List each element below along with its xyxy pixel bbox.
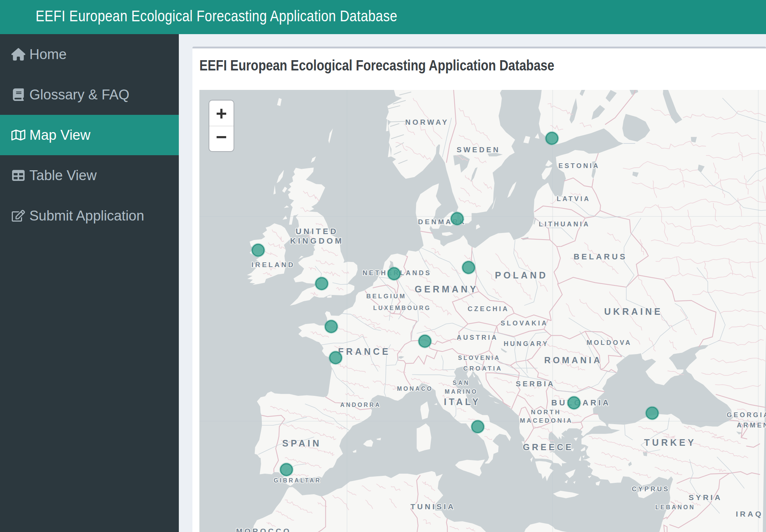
svg-text:SYRIA: SYRIA <box>689 493 722 502</box>
svg-text:LEBANON: LEBANON <box>655 504 695 510</box>
svg-text:NORWAY: NORWAY <box>405 118 449 126</box>
svg-text:LITHUANIA: LITHUANIA <box>539 221 590 228</box>
svg-text:SPAIN: SPAIN <box>282 438 321 448</box>
svg-text:MACEDONIA: MACEDONIA <box>520 417 573 424</box>
svg-text:UKRAINE: UKRAINE <box>604 306 662 317</box>
svg-text:LUXEMBOURG: LUXEMBOURG <box>373 305 431 311</box>
svg-text:ANDORRA: ANDORRA <box>340 402 381 408</box>
svg-text:UNITED: UNITED <box>296 227 338 236</box>
svg-text:ROMANIA: ROMANIA <box>544 355 602 365</box>
svg-text:POLAND: POLAND <box>495 270 548 280</box>
svg-text:MOLDOVA: MOLDOVA <box>586 339 632 346</box>
svg-text:TURKEY: TURKEY <box>644 437 696 448</box>
svg-text:ARMENIA: ARMENIA <box>737 422 766 429</box>
svg-text:TUNISIA: TUNISIA <box>411 502 456 511</box>
svg-text:IRAQ: IRAQ <box>736 510 763 518</box>
svg-text:ESTONIA: ESTONIA <box>559 162 600 170</box>
svg-text:IRELAND: IRELAND <box>252 261 295 269</box>
svg-text:GREECE: GREECE <box>523 442 574 452</box>
svg-text:NORTH: NORTH <box>531 409 561 416</box>
svg-text:LATVIA: LATVIA <box>557 195 590 203</box>
svg-text:BELGIUM: BELGIUM <box>366 293 406 300</box>
svg-text:CYPRUS: CYPRUS <box>632 485 669 493</box>
svg-text:KINGDOM: KINGDOM <box>290 236 344 245</box>
svg-text:MONACO: MONACO <box>397 386 433 392</box>
svg-text:MOROCCO: MOROCCO <box>236 527 292 532</box>
svg-text:CROATIA: CROATIA <box>463 365 503 372</box>
svg-text:GIBRALTAR: GIBRALTAR <box>274 477 321 484</box>
svg-text:FRANCE: FRANCE <box>338 346 390 357</box>
svg-text:GEORGIA: GEORGIA <box>727 411 766 419</box>
svg-text:SLOVAKIA: SLOVAKIA <box>501 320 548 327</box>
svg-text:GERMANY: GERMANY <box>415 284 478 294</box>
svg-text:MARINO: MARINO <box>445 389 478 395</box>
svg-text:ITALY: ITALY <box>444 397 481 407</box>
svg-text:BELARUS: BELARUS <box>574 252 627 261</box>
svg-text:SAN: SAN <box>453 380 470 386</box>
svg-text:SWEDEN: SWEDEN <box>457 146 501 154</box>
svg-text:AUSTRIA: AUSTRIA <box>457 334 498 341</box>
svg-text:CZECHIA: CZECHIA <box>468 305 509 313</box>
svg-text:HUNGARY: HUNGARY <box>503 340 549 347</box>
svg-text:SERBIA: SERBIA <box>516 380 555 388</box>
svg-text:SLOVENIA: SLOVENIA <box>458 355 500 361</box>
